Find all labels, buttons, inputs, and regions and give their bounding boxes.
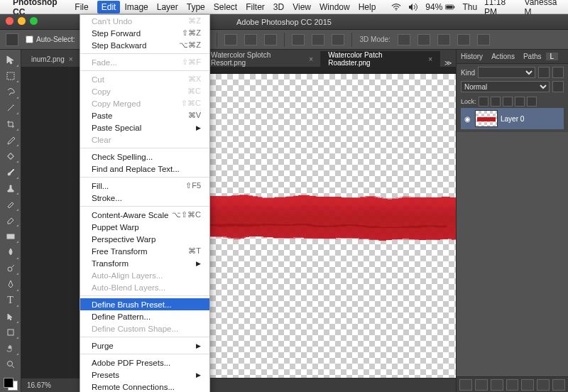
opacity-icon[interactable]: [552, 81, 564, 92]
menu-item-perspective-warp[interactable]: Perspective Warp: [80, 233, 209, 245]
stamp-tool-icon[interactable]: [2, 181, 19, 196]
menu-3d[interactable]: 3D: [273, 2, 284, 12]
speaker-icon[interactable]: [408, 3, 418, 11]
layer-thumbnail[interactable]: [475, 110, 498, 127]
type-tool-icon[interactable]: T: [2, 293, 19, 308]
battery-status[interactable]: 94%: [425, 2, 455, 12]
blend-mode-select[interactable]: Normal: [461, 81, 550, 92]
new-group-icon[interactable]: [521, 379, 534, 391]
menu-item-paste[interactable]: Paste⌘V: [80, 109, 209, 121]
menu-item-find-and-replace-text[interactable]: Find and Replace Text...: [80, 163, 209, 175]
tab-overflow-icon[interactable]: ≫: [440, 59, 456, 67]
document-tab[interactable]: Watercolor Patch Roadster.png×: [321, 51, 440, 67]
menu-item-remote-connections[interactable]: Remote Connections...: [80, 381, 209, 392]
menu-item-presets[interactable]: Presets▶: [80, 369, 209, 381]
menu-select[interactable]: Select: [214, 2, 237, 12]
distribute-icon[interactable]: [332, 34, 344, 45]
lock-position-icon[interactable]: [503, 97, 513, 107]
layer-style-icon[interactable]: [475, 379, 488, 391]
mode-slide-icon[interactable]: [457, 34, 470, 45]
distribute-icon[interactable]: [312, 34, 324, 45]
new-layer-icon[interactable]: [537, 379, 550, 391]
mode-orbit-icon[interactable]: [398, 34, 410, 45]
menu-item-content-aware-scale[interactable]: Content-Aware Scale⌥⇧⌘C: [80, 209, 209, 221]
menu-window[interactable]: Window: [320, 2, 350, 12]
close-window-button[interactable]: [6, 17, 13, 25]
brush-tool-icon[interactable]: [2, 165, 19, 180]
new-adjustment-icon[interactable]: [506, 379, 519, 391]
crop-tool-icon[interactable]: [2, 116, 19, 131]
distribute-icon[interactable]: [264, 34, 277, 45]
menu-item-step-forward[interactable]: Step Forward⇧⌘Z: [80, 27, 209, 39]
layer-mask-icon[interactable]: [491, 379, 503, 391]
shape-tool-icon[interactable]: [2, 325, 19, 340]
distribute-icon[interactable]: [224, 34, 237, 45]
menu-item-purge[interactable]: Purge▶: [80, 339, 209, 352]
zoom-level[interactable]: 16.67%: [27, 381, 51, 389]
visibility-eye-icon[interactable]: ◉: [462, 115, 472, 123]
menu-item-check-spelling[interactable]: Check Spelling...: [80, 151, 209, 163]
menu-item-fill[interactable]: Fill...⇧F5: [80, 180, 209, 192]
minimize-window-button[interactable]: [18, 17, 26, 25]
layer-name[interactable]: Layer 0: [501, 115, 524, 123]
color-swatches[interactable]: [2, 376, 19, 392]
lock-artboard-icon[interactable]: [515, 97, 525, 107]
menu-view[interactable]: View: [293, 2, 311, 12]
document-tab[interactable]: inum2.png×: [24, 51, 81, 67]
lasso-tool-icon[interactable]: [2, 85, 19, 99]
panel-tab-l[interactable]: L: [546, 53, 559, 60]
close-tab-icon[interactable]: ×: [309, 55, 313, 63]
menu-edit[interactable]: Edit: [97, 1, 121, 13]
menu-item-step-backward[interactable]: Step Backward⌥⌘Z: [80, 39, 209, 51]
blur-tool-icon[interactable]: [2, 245, 19, 260]
menu-type[interactable]: Type: [187, 2, 205, 12]
menu-help[interactable]: Help: [359, 2, 376, 12]
close-tab-icon[interactable]: ×: [428, 55, 432, 63]
menu-item-puppet-warp[interactable]: Puppet Warp: [80, 221, 209, 233]
pen-tool-icon[interactable]: [2, 277, 19, 292]
path-select-tool-icon[interactable]: [2, 309, 19, 324]
document-tab[interactable]: Watercolor Splotch Resort.png×: [204, 51, 321, 67]
kind-filter-select[interactable]: [478, 67, 535, 78]
auto-select-checkbox[interactable]: Auto-Select:: [26, 36, 75, 43]
eraser-tool-icon[interactable]: [2, 213, 19, 228]
menu-image[interactable]: Image: [124, 2, 148, 12]
zoom-window-button[interactable]: [30, 17, 38, 25]
menu-item-paste-special[interactable]: Paste Special▶: [80, 121, 209, 134]
foreground-color-swatch[interactable]: [4, 378, 13, 388]
wifi-icon[interactable]: [391, 3, 401, 11]
marquee-tool-icon[interactable]: [2, 69, 19, 84]
menu-item-free-transform[interactable]: Free Transform⌘T: [80, 245, 209, 257]
distribute-icon[interactable]: [244, 34, 257, 45]
history-brush-tool-icon[interactable]: [2, 197, 19, 212]
menu-item-define-brush-preset[interactable]: Define Brush Preset...: [80, 298, 209, 310]
magic-wand-tool-icon[interactable]: [2, 101, 19, 116]
layer-row[interactable]: ◉ Layer 0: [461, 108, 564, 129]
menu-item-transform[interactable]: Transform▶: [80, 257, 209, 269]
mode-dolly-icon[interactable]: [437, 34, 450, 45]
link-layers-icon[interactable]: [459, 379, 472, 391]
clock-day[interactable]: Thu: [462, 2, 477, 12]
mode-pan-icon[interactable]: [417, 34, 430, 45]
panel-tab-history[interactable]: History: [457, 53, 487, 60]
close-tab-icon[interactable]: ×: [69, 55, 73, 63]
gradient-tool-icon[interactable]: [2, 229, 19, 244]
menu-layer[interactable]: Layer: [157, 2, 178, 12]
filter-adjust-icon[interactable]: [552, 67, 564, 78]
menu-file[interactable]: File: [75, 2, 88, 12]
menu-item-stroke[interactable]: Stroke...: [80, 192, 209, 204]
healing-tool-icon[interactable]: [2, 148, 19, 163]
eyedropper-tool-icon[interactable]: [2, 133, 19, 148]
lock-all-icon[interactable]: [527, 97, 537, 107]
lock-pixels-icon[interactable]: [491, 97, 501, 107]
mode-scale-icon[interactable]: [477, 34, 490, 45]
hand-tool-icon[interactable]: [2, 341, 19, 356]
move-tool-icon[interactable]: [2, 53, 19, 67]
panel-tab-paths[interactable]: Paths: [519, 53, 546, 60]
menu-item-adobe-pdf-presets[interactable]: Adobe PDF Presets...: [80, 356, 209, 369]
menu-item-define-pattern[interactable]: Define Pattern...: [80, 310, 209, 322]
distribute-icon[interactable]: [292, 34, 305, 45]
menu-filter[interactable]: Filter: [246, 2, 265, 12]
filter-pixel-icon[interactable]: [538, 67, 550, 78]
dodge-tool-icon[interactable]: [2, 261, 19, 276]
